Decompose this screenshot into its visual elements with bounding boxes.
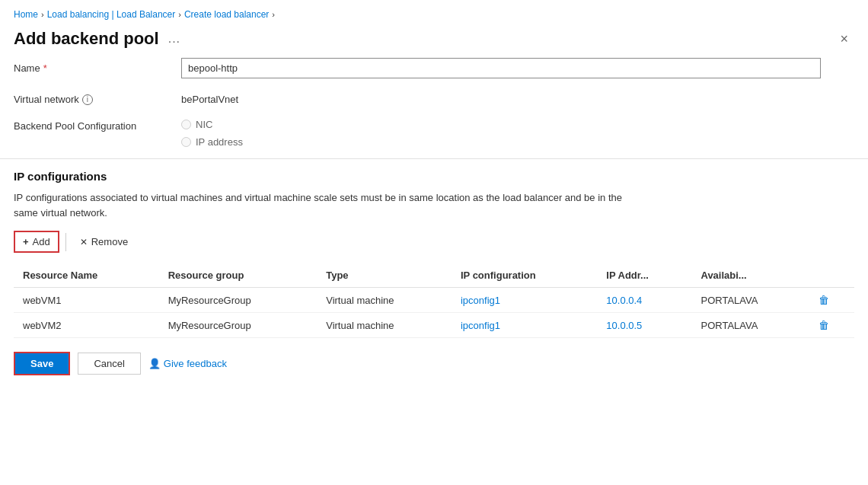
table-row: webVM2 MyResourceGroup Virtual machine i… <box>14 313 854 338</box>
name-control <box>181 58 854 78</box>
vnet-control: bePortalVnet <box>181 89 854 105</box>
section-divider <box>0 158 868 159</box>
nic-radio[interactable] <box>181 120 191 129</box>
toolbar-separator <box>65 233 66 251</box>
cell-resource-name-1: webVM1 <box>14 288 159 313</box>
panel-title-area: Add backend pool ... <box>14 29 183 49</box>
col-type: Type <box>317 263 452 288</box>
add-label: Add <box>33 236 50 247</box>
cell-ip-config-1: ipconfig1 <box>452 288 597 313</box>
x-icon: ✕ <box>80 237 88 247</box>
col-resource-name: Resource Name <box>14 263 159 288</box>
page-title: Add backend pool <box>14 29 159 49</box>
toolbar: + Add ✕ Remove <box>14 231 854 253</box>
ip-addr-link-1[interactable]: 10.0.0.4 <box>606 295 642 306</box>
backend-pool-options: NIC IP address <box>181 116 854 148</box>
cell-ip-addr-2: 10.0.0.5 <box>597 313 691 338</box>
ip-config-link-1[interactable]: ipconfig1 <box>461 295 500 306</box>
nic-label: NIC <box>196 119 212 130</box>
col-ip-config: IP configuration <box>452 263 597 288</box>
name-label: Name * <box>14 58 166 74</box>
remove-label: Remove <box>91 236 128 247</box>
vnet-label: Virtual network i <box>14 89 166 105</box>
name-row: Name * <box>14 58 854 78</box>
table-header-row: Resource Name Resource group Type IP con… <box>14 263 854 288</box>
vnet-info-icon[interactable]: i <box>82 94 93 105</box>
ip-config-desc: IP configurations associated to virtual … <box>14 190 854 220</box>
table-row: webVM1 MyResourceGroup Virtual machine i… <box>14 288 854 313</box>
cell-resource-group-1: MyResourceGroup <box>159 288 318 313</box>
cell-resource-name-2: webVM2 <box>14 313 159 338</box>
feedback-label: Give feedback <box>164 358 227 369</box>
vnet-row: Virtual network i bePortalVnet <box>14 89 854 105</box>
remove-button[interactable]: ✕ Remove <box>72 232 136 251</box>
ip-config-link-2[interactable]: ipconfig1 <box>461 320 500 331</box>
ip-address-option[interactable]: IP address <box>181 136 854 148</box>
ip-address-label: IP address <box>196 136 243 148</box>
backend-pool-row: Backend Pool Configuration NIC IP addres… <box>14 116 854 148</box>
cell-availability-2: PORTALAVA <box>691 313 809 338</box>
cell-delete-2: 🗑 <box>809 313 854 338</box>
cell-availability-1: PORTALAVA <box>691 288 809 313</box>
cell-type-2: Virtual machine <box>317 313 452 338</box>
breadcrumb: Home › Load balancing | Load Balancer › … <box>0 0 868 26</box>
panel-header: Add backend pool ... × <box>0 26 868 58</box>
ip-address-radio[interactable] <box>181 137 191 147</box>
footer-actions: Save Cancel 👤 Give feedback <box>0 338 868 389</box>
breadcrumb-create[interactable]: Create load balancer <box>184 9 269 20</box>
cell-delete-1: 🗑 <box>809 288 854 313</box>
cell-type-1: Virtual machine <box>317 288 452 313</box>
nic-option[interactable]: NIC <box>181 119 854 130</box>
ip-config-section: IP configurations IP configurations asso… <box>0 170 868 338</box>
delete-button-2[interactable]: 🗑 <box>819 319 829 331</box>
plus-icon: + <box>23 236 29 247</box>
cell-resource-group-2: MyResourceGroup <box>159 313 318 338</box>
add-button[interactable]: + Add <box>14 231 59 253</box>
breadcrumb-load-balancing[interactable]: Load balancing | Load Balancer <box>47 9 176 20</box>
breadcrumb-sep1: › <box>41 10 44 19</box>
ip-config-title: IP configurations <box>14 170 854 183</box>
col-availability: Availabi... <box>691 263 809 288</box>
backend-pool-label: Backend Pool Configuration <box>14 116 166 132</box>
feedback-link[interactable]: 👤 Give feedback <box>148 358 227 369</box>
close-button[interactable]: × <box>834 29 854 49</box>
ip-config-table: Resource Name Resource group Type IP con… <box>14 263 854 338</box>
ellipsis-button[interactable]: ... <box>165 30 183 47</box>
col-actions <box>809 263 854 288</box>
breadcrumb-sep2: › <box>178 10 181 19</box>
backend-pool-control: NIC IP address <box>181 116 854 148</box>
vnet-value: bePortalVnet <box>181 89 854 105</box>
col-ip-addr: IP Addr... <box>597 263 691 288</box>
ip-addr-link-2[interactable]: 10.0.0.5 <box>606 320 642 331</box>
delete-button-1[interactable]: 🗑 <box>819 294 829 306</box>
cell-ip-config-2: ipconfig1 <box>452 313 597 338</box>
name-input[interactable] <box>181 58 821 78</box>
name-required: * <box>43 62 47 74</box>
cell-ip-addr-1: 10.0.0.4 <box>597 288 691 313</box>
cancel-button[interactable]: Cancel <box>78 353 140 375</box>
save-button[interactable]: Save <box>14 352 70 375</box>
breadcrumb-home[interactable]: Home <box>14 9 38 20</box>
feedback-person-icon: 👤 <box>148 358 161 369</box>
breadcrumb-sep3: › <box>272 10 275 19</box>
form-section: Name * Virtual network i bePortalVnet Ba… <box>0 58 868 148</box>
col-resource-group: Resource group <box>159 263 318 288</box>
